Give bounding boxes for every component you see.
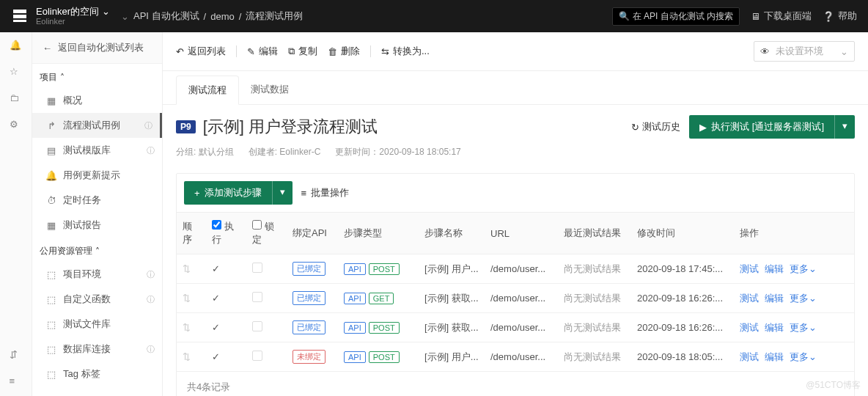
exec-checkbox[interactable] [212, 351, 220, 362]
search-icon: 🔍 [619, 11, 630, 21]
chevron-down-icon: ⌄ [809, 351, 817, 362]
sidebar-item-reports[interactable]: ▦测试报告 [32, 213, 162, 238]
app-logo[interactable] [11, 7, 29, 25]
row-test[interactable]: 测试 [740, 293, 759, 304]
method-badge: POST [369, 322, 400, 334]
step-result: 尚无测试结果 [558, 284, 631, 313]
drag-handle[interactable]: ⇅ [183, 351, 191, 362]
tab-data[interactable]: 测试数据 [239, 76, 301, 104]
undo-icon: ↶ [176, 46, 184, 57]
convert-button[interactable]: ⇆转换为... [381, 45, 430, 58]
sidebar-item-files[interactable]: ⬚测试文件库 [32, 312, 162, 337]
lock-all-checkbox[interactable] [252, 220, 262, 230]
sidebar-item-tag[interactable]: ⬚Tag 标签 [32, 362, 162, 386]
step-time: 2020-09-18 16:26:... [631, 284, 734, 313]
lock-checkbox[interactable] [252, 292, 262, 302]
delete-button[interactable]: 🗑删除 [328, 45, 360, 58]
chevron-down-icon[interactable]: ⌄ [121, 11, 129, 22]
row-edit[interactable]: 编辑 [765, 263, 784, 274]
tab-flow[interactable]: 测试流程 [176, 76, 239, 105]
table-row: ⇅未绑定APIPOST[示例] 用户.../demo/user...尚无测试结果… [177, 342, 854, 372]
star-icon[interactable]: ☆ [10, 66, 23, 79]
download-button[interactable]: 🖥 下载桌面端 [751, 10, 812, 23]
row-edit[interactable]: 编辑 [765, 351, 784, 362]
exec-checkbox[interactable] [212, 263, 220, 274]
topbar: Eolinker的空间⌄ Eolinker ⌄ API 自动化测试 / demo… [0, 0, 868, 32]
sidebar-item-flow[interactable]: ↱流程测试用例ⓘ [32, 113, 162, 138]
sidebar-item-templates[interactable]: ▤测试模版库ⓘ [32, 138, 162, 163]
sidebar-item-db[interactable]: ⬚数据库连接ⓘ [32, 337, 162, 362]
step-result: 尚无测试结果 [558, 254, 631, 284]
bell-icon[interactable]: 🔔 [10, 40, 23, 53]
breadcrumb-item[interactable]: 流程测试用例 [246, 10, 303, 23]
run-test-button[interactable]: ▶执行测试 [通过服务器测试] [689, 115, 834, 139]
menu-icon[interactable]: ≡ [10, 375, 23, 389]
sidebar-item-overview[interactable]: ▦概况 [32, 88, 162, 113]
priority-badge: P9 [176, 120, 196, 133]
history-icon: ↻ [631, 122, 639, 133]
back-list-button[interactable]: ↶返回列表 [176, 45, 226, 58]
row-test[interactable]: 测试 [740, 322, 759, 333]
sidebar-item-updates[interactable]: 🔔用例更新提示 [32, 163, 162, 188]
sidebar-item-cron[interactable]: ⏱定时任务 [32, 188, 162, 213]
drag-handle[interactable]: ⇅ [183, 293, 191, 304]
env-selector[interactable]: 👁 未设置环境 ⌄ [754, 41, 855, 62]
row-edit[interactable]: 编辑 [765, 293, 784, 304]
col-ops: 操作 [734, 213, 854, 254]
step-name: [示例] 获取... [419, 313, 485, 342]
row-test[interactable]: 测试 [740, 351, 759, 362]
exec-all-checkbox[interactable] [212, 220, 221, 230]
row-edit[interactable]: 编辑 [765, 322, 784, 333]
chevron-down-icon: ▾ [842, 120, 847, 131]
gear-icon[interactable]: ⚙ [10, 119, 23, 132]
chevron-down-icon: ⌄ [809, 322, 817, 333]
step-time: 2020-09-18 18:05:... [631, 342, 734, 372]
sidebar-item-env[interactable]: ⬚项目环境ⓘ [32, 262, 162, 287]
add-step-button[interactable]: +添加测试步骤 ▾ [184, 181, 293, 205]
lock-checkbox[interactable] [252, 351, 262, 361]
run-test-dropdown[interactable]: ▾ [834, 115, 855, 139]
folder-icon[interactable]: 🗀 [10, 92, 23, 106]
breadcrumb-item[interactable]: demo [210, 11, 235, 22]
breadcrumb-item[interactable]: API 自动化测试 [133, 10, 199, 23]
row-more[interactable]: 更多⌄ [790, 293, 817, 304]
step-url: /demo/user... [485, 284, 558, 313]
meta-group: 分组: 默认分组 [176, 146, 234, 158]
copy-icon: ⧉ [288, 45, 295, 57]
page-title: [示例] 用户登录流程测试 [203, 116, 378, 138]
chevron-up-icon: ˄ [60, 73, 65, 83]
list-icon: ≡ [301, 188, 307, 199]
row-more[interactable]: 更多⌄ [790, 263, 817, 274]
add-step-dropdown[interactable]: ▾ [272, 181, 293, 205]
drag-handle[interactable]: ⇅ [183, 263, 191, 274]
exec-checkbox[interactable] [212, 293, 220, 304]
history-button[interactable]: ↻测试历史 [631, 120, 680, 133]
copy-button[interactable]: ⧉复制 [288, 45, 317, 58]
workspace-switcher[interactable]: Eolinker的空间⌄ Eolinker [36, 6, 110, 27]
sidebar-group-project[interactable]: 项目˄ [32, 64, 162, 88]
batch-button[interactable]: ≡批量操作 [301, 186, 350, 199]
template-icon: ▤ [45, 145, 57, 156]
row-more[interactable]: 更多⌄ [790, 322, 817, 333]
sidebar-item-func[interactable]: ⬚自定义函数ⓘ [32, 287, 162, 312]
desktop-icon: 🖥 [751, 11, 760, 22]
tabs: 测试流程 测试数据 [163, 76, 868, 105]
search-input[interactable]: 🔍 在 API 自动化测试 内搜索 [612, 7, 740, 26]
chevron-down-icon: ▾ [280, 186, 285, 197]
method-badge: GET [369, 293, 394, 304]
collapse-icon[interactable]: ⇵ [10, 349, 23, 362]
help-button[interactable]: ❔ 帮助 [823, 10, 857, 23]
lock-checkbox[interactable] [252, 321, 262, 331]
toolbar: ↶返回列表 ✎编辑 ⧉复制 🗑删除 ⇆转换为... 👁 未设置环境 ⌄ [163, 32, 868, 71]
sidebar-group-shared[interactable]: 公用资源管理˄ [32, 238, 162, 262]
watermark: @51CTO博客 [806, 379, 861, 392]
method-badge: POST [369, 351, 400, 363]
bind-badge: 未绑定 [293, 350, 326, 364]
exec-checkbox[interactable] [212, 322, 220, 333]
row-more[interactable]: 更多⌄ [790, 351, 817, 362]
edit-button[interactable]: ✎编辑 [247, 45, 278, 58]
lock-checkbox[interactable] [252, 263, 262, 273]
back-to-list[interactable]: ← 返回自动化测试列表 [32, 32, 162, 64]
row-test[interactable]: 测试 [740, 263, 759, 274]
drag-handle[interactable]: ⇅ [183, 322, 191, 333]
